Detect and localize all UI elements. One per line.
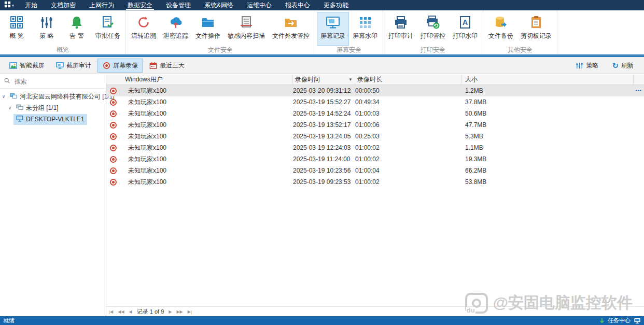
toolbar-item-last-three-days[interactable]: 最近三天	[144, 59, 190, 73]
view-toolbar: 智能截屏 截屏审计 屏幕录像 最近三天 策略	[0, 57, 644, 74]
table-row[interactable]: 未知玩家x100 2025-03-19 15:52:27 00:49:34 37…	[106, 96, 644, 108]
first-page-button[interactable]: |◀	[109, 309, 113, 314]
ribbon-item-label: 策 略	[39, 32, 53, 40]
next-page-button[interactable]: ▶	[169, 309, 172, 314]
trace-cycle-icon	[136, 15, 151, 30]
table-row[interactable]: 未知玩家x100 2025-03-19 11:24:00 01:00:02 19…	[106, 153, 644, 165]
ribbon-item-label: 文件操作	[195, 32, 220, 40]
ribbon: 概 览 策 略 告 警	[0, 10, 644, 54]
menu-item-more[interactable]: 更多功能	[317, 0, 355, 10]
table-row[interactable]: 未知玩家x100 2025-03-19 10:23:56 01:00:04 66…	[106, 165, 644, 176]
fast-prev-button[interactable]: ◀◀	[118, 309, 124, 314]
search-input[interactable]	[13, 77, 102, 86]
toolbar-item-label: 刷新	[621, 61, 634, 70]
ribbon-item-file-operations[interactable]: 文件操作	[192, 12, 224, 46]
column-header-record-time[interactable]: 录像时间▼	[293, 75, 355, 84]
clipboard-icon	[528, 15, 544, 30]
capture-audit-icon	[56, 62, 64, 69]
ribbon-item-screen-watermark[interactable]: 屏幕水印	[349, 12, 381, 46]
column-header-record-duration[interactable]: 录像时长	[355, 75, 461, 84]
table-row[interactable]: 未知玩家x100 2025-03-19 12:24:03 01:00:02 1.…	[106, 142, 644, 153]
table-row[interactable]: 未知玩家x100 2025-03-19 14:52:24 01:00:03 50…	[106, 108, 644, 119]
menu-item-start[interactable]: 开始	[18, 0, 44, 10]
ribbon-item-approval-tasks[interactable]: 审批任务	[92, 12, 124, 46]
cell-time: 2025-03-20 09:31:12	[293, 87, 355, 94]
table-row[interactable]: 未知玩家x100 2025-03-19 13:52:17 01:00:06 47…	[106, 119, 644, 131]
menu-item-ops-center[interactable]: 运维中心	[240, 0, 278, 10]
ribbon-item-screen-record[interactable]: 屏幕记录	[317, 12, 349, 46]
ribbon-item-file-backup[interactable]: 文件备份	[485, 12, 517, 46]
ribbon-item-overview[interactable]: 概 览	[2, 12, 32, 46]
cell-user: 未知玩家x100	[120, 144, 293, 152]
leak-cloud-icon	[168, 15, 184, 30]
chevron-down-icon[interactable]: ∨	[0, 94, 7, 99]
bell-icon	[69, 15, 85, 30]
ribbon-item-print-control[interactable]: 打印管控	[417, 12, 449, 46]
row-actions-button[interactable]: •••	[636, 88, 642, 93]
ribbon-item-print-audit[interactable]: 打印审计	[385, 12, 417, 46]
ribbon-item-flow-trace[interactable]: 流转追溯	[128, 12, 160, 46]
screen-monitor-icon	[325, 15, 341, 30]
cell-size: 50.6MB	[461, 110, 634, 117]
ribbon-item-label: 告 警	[69, 32, 83, 40]
ribbon-item-clipboard-record[interactable]: 剪切板记录	[517, 12, 555, 46]
calendar-icon	[149, 62, 157, 69]
ribbon-group-screen-security: 屏幕记录 屏幕水印 屏幕安全	[315, 10, 383, 54]
menu-item-device-mgmt[interactable]: 设备管理	[159, 0, 198, 10]
folder-out-icon	[283, 15, 299, 30]
column-header-size[interactable]: 大小	[461, 75, 634, 84]
ribbon-item-file-outgoing-control[interactable]: 文件外发管控	[269, 12, 313, 46]
tree-node-ungrouped[interactable]: ∨ 未分组 [1/1]	[6, 102, 106, 114]
table-row[interactable]: 未知玩家x100 2025-03-20 09:31:12 00:00:50 1.…	[106, 85, 644, 96]
toolbar-item-screen-video[interactable]: 屏幕录像	[97, 59, 143, 73]
chevron-down-icon[interactable]: ∨	[6, 105, 13, 110]
device-tree: ∨ 河北安固云网络科技有限公司 [1/1] ∨ 未分组 [1/1]	[0, 89, 106, 125]
record-icon	[110, 99, 117, 106]
fast-next-button[interactable]: ▶▶	[176, 309, 183, 314]
task-center-link[interactable]: 任务中心	[608, 317, 631, 324]
table-row[interactable]: 未知玩家x100 2025-03-19 13:24:05 00:25:03 5.…	[106, 131, 644, 142]
menu-item-system-network[interactable]: 系统&网络	[198, 0, 240, 10]
record-icon	[110, 156, 117, 163]
ribbon-item-label: 流转追溯	[131, 32, 156, 40]
ribbon-item-label: 审批任务	[95, 32, 120, 40]
cell-size: 1.2MB	[461, 87, 634, 94]
toolbar-item-smart-capture[interactable]: 智能截屏	[4, 59, 50, 73]
pagination-bar: |◀ ◀◀ ◀ 记录 1 of 9 ▶ ▶▶ ▶|	[106, 306, 644, 316]
column-header-windows-user[interactable]: Windows用户	[106, 75, 293, 84]
ribbon-item-alerts[interactable]: 告 警	[62, 12, 92, 46]
tree-node-label: 未分组 [1/1]	[26, 104, 59, 112]
menu-item-web-behavior[interactable]: 上网行为	[82, 0, 121, 10]
record-dot-icon	[103, 62, 110, 69]
cell-duration: 00:00:50	[355, 87, 461, 94]
tree-node-device[interactable]: DESKTOP-VLKTLE1	[13, 114, 106, 125]
ribbon-item-leak-tracking[interactable]: 泄密追踪	[160, 12, 192, 46]
ribbon-group-label: 屏幕安全	[317, 46, 381, 54]
ribbon-group-label: 其他安全	[485, 46, 555, 54]
toolbar-item-refresh[interactable]: ↻ 刷新	[607, 59, 639, 73]
menu-item-report-center[interactable]: 报表中心	[278, 0, 317, 10]
app-menu-button[interactable]: ▾	[0, 0, 18, 10]
prev-page-button[interactable]: ◀	[129, 309, 132, 314]
menu-item-data-security[interactable]: 数据安全	[121, 0, 159, 10]
cell-duration: 01:00:06	[355, 121, 461, 129]
toolbar-item-label: 截屏审计	[66, 61, 91, 70]
cell-duration: 00:49:34	[355, 98, 461, 106]
grid-icon	[9, 15, 24, 30]
menu-item-doc-encrypt[interactable]: 文档加密	[44, 0, 82, 10]
toolbar-item-capture-audit[interactable]: 截屏审计	[51, 59, 96, 73]
cell-size: 66.2MB	[461, 167, 634, 174]
toolbar-item-policy[interactable]: 策略	[570, 59, 604, 73]
cell-user: 未知玩家x100	[120, 98, 293, 107]
cell-time: 2025-03-19 15:52:27	[293, 98, 355, 106]
cell-duration: 01:00:02	[355, 156, 461, 163]
tree-node-company[interactable]: ∨ 河北安固云网络科技有限公司 [1/1]	[0, 91, 106, 102]
last-page-button[interactable]: ▶|	[188, 309, 192, 314]
ribbon-item-label: 屏幕水印	[353, 32, 377, 40]
dots-grid-icon	[357, 15, 373, 30]
ribbon-item-print-watermark[interactable]: A 打印水印	[449, 12, 481, 46]
table-row[interactable]: 未知玩家x100 2025-03-19 09:23:53 01:00:02 53…	[106, 176, 644, 188]
status-monitor-icon[interactable]	[634, 317, 641, 324]
ribbon-item-policy[interactable]: 策 略	[32, 12, 62, 46]
ribbon-item-sensitive-scan[interactable]: 敏感内容扫描	[224, 12, 269, 46]
